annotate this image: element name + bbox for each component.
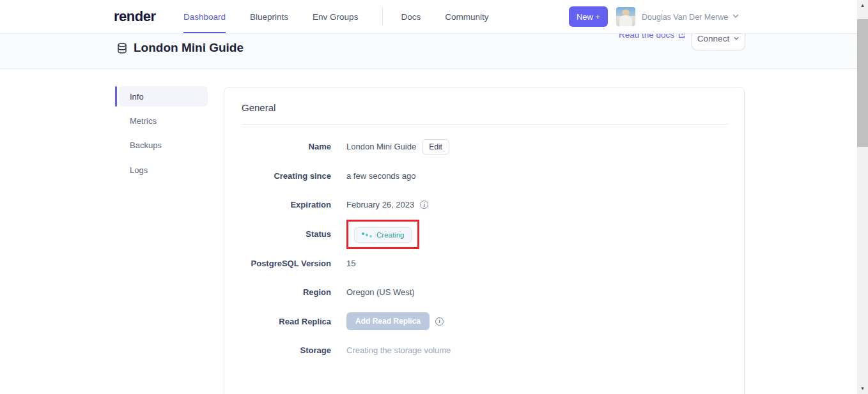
row-label: Expiration <box>242 200 331 209</box>
row-label: Read Replica <box>242 317 331 326</box>
info-icon[interactable]: i <box>420 201 428 209</box>
row-read-replica: Read Replica Add Read Replica i <box>242 307 729 337</box>
nav-divider <box>382 8 383 26</box>
edit-name-button[interactable]: Edit <box>422 139 449 155</box>
scroll-down-icon[interactable]: ▼ <box>857 383 868 394</box>
row-status: Status Creating <box>242 220 729 249</box>
row-expiration: Expiration February 26, 2023 i <box>242 190 729 220</box>
external-link-icon <box>678 34 685 38</box>
row-label: Region <box>242 287 331 297</box>
user-name[interactable]: Douglas Van Der Merwe <box>642 13 728 22</box>
row-creating-since: Creating since a few seconds ago <box>242 162 729 191</box>
storage-value: Creating the storage volume <box>346 345 451 355</box>
sidebar-active-accent <box>115 86 117 107</box>
new-button[interactable]: New + <box>569 6 608 27</box>
render-logo[interactable]: render <box>114 8 155 25</box>
annotation-highlight-box: Creating <box>346 220 419 249</box>
row-label: Creating since <box>242 171 331 181</box>
status-badge: Creating <box>354 227 412 243</box>
connect-button[interactable]: Connect <box>692 34 745 50</box>
sidebar-item-backups[interactable]: Backups <box>119 135 208 155</box>
info-icon[interactable]: i <box>435 317 444 326</box>
nav-link-blueprints[interactable]: Blueprints <box>250 0 288 33</box>
sidebar-item-info[interactable]: Info <box>119 86 208 107</box>
nav-links: Dashboard Blueprints Env Groups Docs Com… <box>183 0 513 33</box>
vertical-scrollbar[interactable]: ▲ ▼ <box>857 0 868 394</box>
page-title: London Mini Guide <box>134 41 244 55</box>
render-dashboard-page: render Dashboard Blueprints Env Groups D… <box>0 0 868 394</box>
nav-link-env-groups[interactable]: Env Groups <box>313 0 358 33</box>
nav-link-dashboard[interactable]: Dashboard <box>183 0 226 33</box>
row-postgresql-version: PostgreSQL Version 15 <box>242 249 729 278</box>
postgresql-version-value: 15 <box>346 259 355 268</box>
sidebar-item-metrics[interactable]: Metrics <box>119 110 208 131</box>
row-label: Status <box>242 229 331 239</box>
general-card-title: General <box>242 102 275 113</box>
loading-dots-icon <box>362 232 372 238</box>
row-label: PostgreSQL Version <box>242 259 331 268</box>
page-header: London Mini Guide Read the docs Connect <box>0 34 857 69</box>
general-card: General Name London Mini Guide Edit Crea… <box>224 87 745 394</box>
scrollbar-thumb[interactable] <box>857 19 868 147</box>
nav-link-docs[interactable]: Docs <box>401 0 421 33</box>
expiration-value: February 26, 2023 <box>346 200 414 209</box>
row-label: Storage <box>242 345 331 355</box>
region-value: Oregon (US West) <box>346 287 415 297</box>
add-read-replica-button[interactable]: Add Read Replica <box>346 312 430 330</box>
database-icon <box>117 43 127 54</box>
row-region: Region Oregon (US West) <box>242 278 729 307</box>
name-value: London Mini Guide <box>346 142 416 151</box>
read-the-docs-link[interactable]: Read the docs <box>619 34 685 40</box>
row-storage: Storage Creating the storage volume <box>242 336 729 365</box>
divider <box>242 124 729 125</box>
top-nav: render Dashboard Blueprints Env Groups D… <box>0 0 857 34</box>
creating-since-value: a few seconds ago <box>346 171 415 181</box>
sidebar-item-logs[interactable]: Logs <box>119 160 208 180</box>
nav-link-community[interactable]: Community <box>445 0 488 33</box>
chevron-down-icon[interactable] <box>732 12 740 20</box>
chevron-down-icon <box>733 35 740 42</box>
row-label: Name <box>242 142 331 151</box>
status-badge-label: Creating <box>376 231 404 239</box>
user-avatar[interactable] <box>616 7 635 26</box>
scroll-up-icon[interactable]: ▲ <box>857 0 868 11</box>
row-name: Name London Mini Guide Edit <box>242 132 729 162</box>
